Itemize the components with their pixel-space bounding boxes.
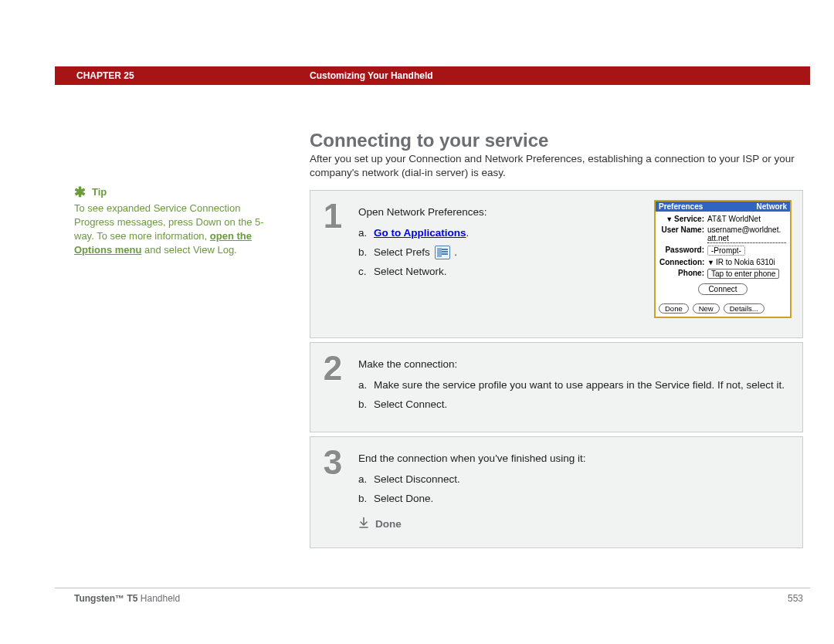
- palm-title-right: Network: [757, 202, 787, 211]
- chapter-label: CHAPTER 25: [76, 70, 134, 81]
- substep-text: Go to Applications.: [374, 225, 648, 242]
- palm-titlebar: Preferences Network: [656, 202, 790, 212]
- palm-username-field[interactable]: username@worldnet. att.net: [707, 225, 786, 243]
- palm-screenshot: Preferences Network ▼Service: AT&T World…: [654, 200, 792, 318]
- palm-details-button[interactable]: Details...: [724, 303, 764, 314]
- substep-letter: b.: [358, 245, 374, 261]
- substep: a. Select Disconnect.: [358, 472, 792, 488]
- substep-text: Select Prefs .: [374, 245, 648, 261]
- palm-title-left: Preferences: [659, 202, 703, 211]
- tip-star-icon: ✱: [74, 185, 86, 199]
- substep-letter: a.: [358, 378, 374, 394]
- product-name: Tungsten™ T5 Handheld: [74, 593, 180, 604]
- substep-text: Select Connect.: [374, 397, 792, 413]
- substep: b. Select Prefs .: [358, 245, 648, 261]
- step-body: End the connection when you've finished …: [355, 437, 802, 548]
- palm-footer: Done New Details...: [656, 301, 790, 317]
- prefs-icon: [435, 246, 450, 259]
- palm-service-value[interactable]: AT&T WorldNet: [707, 215, 786, 223]
- step-2: 2 Make the connection: a. Make sure the …: [310, 342, 803, 432]
- tip-label: Tip: [92, 185, 107, 199]
- step-lead: Make the connection:: [358, 357, 792, 373]
- palm-connection-value[interactable]: ▼IR to Nokia 6310i: [707, 258, 786, 266]
- palm-new-button[interactable]: New: [693, 303, 720, 314]
- done-arrow-icon: [358, 517, 369, 534]
- tip-body: To see expanded Service Connection Progr…: [74, 202, 275, 257]
- substep: c. Select Network.: [358, 264, 648, 280]
- step-lead: End the connection when you've finished …: [358, 451, 792, 467]
- page-number: 553: [788, 593, 803, 604]
- intro-paragraph: After you set up your Connection and Net…: [310, 152, 803, 180]
- substep-letter: b.: [358, 397, 374, 413]
- dropdown-icon: ▼: [666, 215, 673, 223]
- substep: b. Select Connect.: [358, 397, 792, 413]
- substep: a. Go to Applications.: [358, 225, 648, 242]
- substep-letter: a.: [358, 472, 374, 488]
- step-number: 3: [310, 437, 355, 548]
- palm-body: ▼Service: AT&T WorldNet User Name: usern…: [656, 212, 790, 301]
- tip-header: ✱ Tip: [74, 185, 275, 199]
- palm-phone-field[interactable]: Tap to enter phone: [707, 269, 786, 279]
- palm-password-field[interactable]: -Prompt-: [707, 246, 786, 256]
- substep-letter: b.: [358, 491, 374, 507]
- step-1: 1 Open Network Preferences: a. Go to App…: [310, 190, 803, 338]
- done-label: Done: [375, 517, 402, 533]
- step-number: 1: [310, 191, 355, 337]
- go-to-applications-link[interactable]: Go to Applications: [374, 227, 466, 239]
- step-body: Make the connection: a. Make sure the se…: [355, 343, 802, 432]
- substep-letter: a.: [358, 225, 374, 242]
- substep: a. Make sure the service profile you wan…: [358, 378, 792, 394]
- palm-done-button[interactable]: Done: [659, 303, 689, 314]
- substep-text: Select Done.: [374, 491, 792, 507]
- page-footer: Tungsten™ T5 Handheld 553: [74, 593, 803, 604]
- dropdown-icon: ▼: [707, 259, 714, 266]
- substep: b. Select Done.: [358, 491, 792, 507]
- tip-text-post: and select View Log.: [141, 244, 236, 256]
- palm-connect-button[interactable]: Connect: [698, 283, 747, 295]
- footer-rule: [55, 588, 810, 588]
- step-lead: Open Network Preferences:: [358, 205, 648, 221]
- tip-block: ✱ Tip To see expanded Service Connection…: [74, 185, 275, 257]
- steps-container: 1 Open Network Preferences: a. Go to App…: [310, 190, 803, 548]
- substep-text: Select Disconnect.: [374, 472, 792, 488]
- done-indicator: Done: [358, 517, 792, 533]
- substep-text: Select Network.: [374, 264, 648, 280]
- chapter-title: Customizing Your Handheld: [310, 70, 433, 81]
- chapter-header: CHAPTER 25 Customizing Your Handheld: [55, 66, 810, 85]
- page-title: Connecting to your service: [310, 130, 548, 151]
- step-number: 2: [310, 343, 355, 432]
- substep-text: Make sure the service profile you want t…: [374, 378, 792, 394]
- step-3: 3 End the connection when you've finishe…: [310, 436, 803, 549]
- substep-letter: c.: [358, 264, 374, 280]
